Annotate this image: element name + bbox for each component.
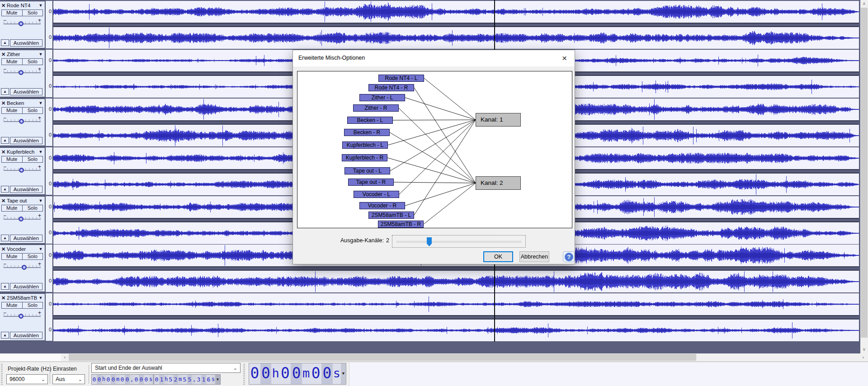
time-digit[interactable]: 0 [144, 375, 149, 384]
close-track-icon[interactable]: ✕ [0, 149, 7, 155]
source-channel-zither-r[interactable]: Zither - R [353, 104, 399, 112]
gain-slider-thumb[interactable] [22, 265, 27, 270]
track-control-panel[interactable]: ✕ Kupferblech ▼ Mute Solo − + ▲ Auswähle… [0, 147, 45, 195]
source-channel-rode-nt4-r[interactable]: Rode NT4 - R [368, 84, 414, 91]
waveform-channel-left[interactable] [53, 1, 859, 23]
close-track-icon[interactable]: ✕ [0, 246, 7, 252]
close-track-icon[interactable]: ✕ [0, 3, 7, 9]
gain-slider-thumb[interactable] [19, 119, 24, 124]
vertical-ruler[interactable]: 0 0 [46, 1, 53, 48]
time-digit[interactable]: 0 [154, 375, 159, 384]
horizontal-scrollbar-thumb[interactable] [69, 354, 696, 361]
source-channel-zither-l[interactable]: Zither - L [359, 94, 405, 101]
selection-mode-dropdown[interactable]: Start und Ende der Auswahl ⌄ [91, 363, 241, 373]
solo-button[interactable]: Solo [23, 58, 43, 65]
track-menu-dropdown-icon[interactable]: ▼ [37, 3, 44, 8]
scroll-right-icon[interactable]: › [859, 353, 867, 361]
collapse-track-icon[interactable]: ▲ [1, 137, 9, 144]
track-title[interactable]: Kupferblech [7, 149, 37, 155]
track-title[interactable]: Vocoder [7, 246, 37, 252]
collapse-track-icon[interactable]: ▲ [1, 39, 9, 46]
gain-slider[interactable]: − + [2, 213, 42, 223]
time-digit[interactable]: , [192, 375, 196, 384]
audio-position-display[interactable]: 00h00m00s▼ [249, 363, 346, 385]
time-digit[interactable]: 0 [111, 375, 116, 384]
time-digit[interactable]: 0 [134, 375, 139, 384]
time-digit[interactable]: 1 [201, 375, 206, 384]
gain-slider-thumb[interactable] [19, 217, 24, 221]
select-track-button[interactable]: Auswählen [10, 186, 42, 193]
gain-slider[interactable]: − + [2, 67, 42, 77]
time-digit[interactable]: 1 [159, 375, 164, 384]
time-digit[interactable]: s [333, 363, 341, 384]
scroll-down-icon[interactable]: ˅ [860, 346, 868, 353]
track-control-panel[interactable]: ✕ Tape out ▼ Mute Solo − + ▲ Auswählen [0, 196, 45, 244]
mute-button[interactable]: Mute [1, 253, 23, 260]
time-digit[interactable]: h [102, 375, 106, 384]
track-control-panel[interactable]: ✕ 2SM58amTB ▼ Mute Solo − + ▲ Auswählen [0, 293, 45, 341]
snap-combobox[interactable]: Aus ⌄ [52, 374, 85, 384]
gain-slider-thumb[interactable] [19, 314, 24, 319]
time-digit[interactable]: s [149, 375, 153, 384]
scroll-left-icon[interactable]: ‹ [61, 353, 69, 361]
close-track-icon[interactable]: ✕ [0, 100, 7, 106]
close-track-icon[interactable]: ✕ [0, 295, 7, 301]
time-digit[interactable]: 0 [321, 363, 333, 384]
mute-button[interactable]: Mute [1, 205, 23, 212]
toolbar-grip[interactable] [243, 364, 245, 385]
source-channel-2sm58amtb-l[interactable]: 2SM58amTB - L [368, 212, 414, 219]
horizontal-scrollbar-track[interactable]: ‹ › [61, 353, 868, 361]
waveform-channel-right[interactable] [53, 320, 859, 341]
output-channel-2[interactable]: Kanal: 2 [476, 176, 521, 190]
vertical-ruler[interactable]: 0 0 [46, 99, 53, 146]
waveform-channel-left[interactable] [53, 293, 859, 315]
vertical-ruler[interactable]: 0 0 [46, 196, 53, 244]
select-track-button[interactable]: Auswählen [10, 235, 42, 242]
track-control-panel[interactable]: ✕ Becken ▼ Mute Solo − + ▲ Auswählen [0, 99, 45, 146]
scroll-up-icon[interactable]: ˄ [860, 0, 868, 8]
solo-button[interactable]: Solo [23, 107, 43, 114]
time-digit[interactable]: 3 [196, 375, 201, 384]
horizontal-scrollbar[interactable]: ‹ › [0, 353, 868, 362]
mute-button[interactable]: Mute [1, 156, 23, 163]
source-channel-kupferblech-l[interactable]: Kupferblech - L [342, 141, 388, 149]
time-digit[interactable]: h [164, 375, 168, 384]
chevron-down-icon[interactable]: ▼ [341, 363, 346, 384]
time-digit[interactable]: m [178, 375, 182, 384]
gain-slider[interactable]: − + [2, 18, 42, 28]
selection-end-field[interactable]: 01h52m55,316s▼ [154, 374, 221, 385]
collapse-track-icon[interactable]: ▲ [1, 283, 9, 290]
vertical-scrollbar-thumb[interactable] [861, 8, 868, 338]
track-title[interactable]: Zither [7, 52, 37, 57]
time-digit[interactable]: 6 [206, 375, 211, 384]
close-icon[interactable]: ✕ [554, 50, 575, 66]
close-track-icon[interactable]: ✕ [0, 198, 7, 204]
mute-button[interactable]: Mute [1, 107, 23, 114]
source-channel-becken-r[interactable]: Becken - R [344, 129, 390, 136]
mute-button[interactable]: Mute [1, 9, 23, 16]
track-menu-dropdown-icon[interactable]: ▼ [37, 198, 44, 203]
solo-button[interactable]: Solo [23, 302, 43, 309]
solo-button[interactable]: Solo [23, 253, 43, 260]
track-title[interactable]: Tape out [7, 198, 37, 203]
output-channels-slider[interactable] [392, 235, 526, 248]
collapse-track-icon[interactable]: ▲ [1, 88, 9, 95]
mute-button[interactable]: Mute [1, 302, 23, 309]
collapse-track-icon[interactable]: ▲ [1, 235, 9, 241]
select-track-button[interactable]: Auswählen [10, 39, 42, 47]
waveform-channel-right[interactable] [53, 271, 859, 292]
time-digit[interactable]: m [302, 363, 310, 384]
select-track-button[interactable]: Auswählen [10, 332, 42, 339]
time-digit[interactable]: 5 [182, 375, 187, 384]
track-title[interactable]: Rode NT4 [7, 3, 37, 8]
vertical-scrollbar[interactable]: ˄ ˅ [860, 0, 868, 353]
time-digit[interactable]: 0 [249, 363, 260, 384]
vertical-ruler[interactable]: 0 0 [46, 50, 53, 97]
time-digit[interactable]: 0 [310, 363, 321, 384]
close-track-icon[interactable]: ✕ [0, 52, 7, 57]
time-digit[interactable]: 0 [280, 363, 291, 384]
time-digit[interactable]: 0 [120, 375, 125, 384]
source-channel-kupferblech-r[interactable]: Kupferblech - R [342, 154, 387, 161]
track-menu-dropdown-icon[interactable]: ▼ [37, 52, 44, 56]
time-digit[interactable]: h [271, 363, 279, 384]
